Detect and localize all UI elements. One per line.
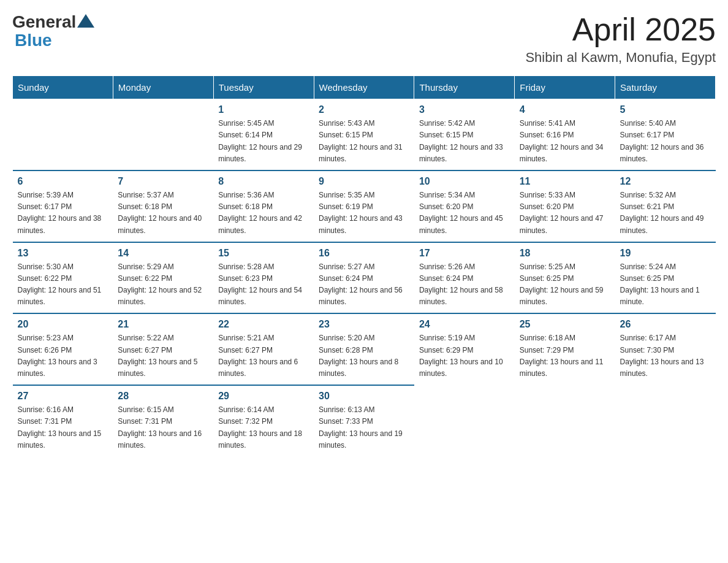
table-row: 21Sunrise: 5:22 AMSunset: 6:27 PMDayligh… — [113, 313, 213, 385]
logo-blue-text: Blue — [15, 31, 52, 50]
day-info: Sunrise: 6:14 AMSunset: 7:32 PMDaylight:… — [218, 404, 309, 451]
day-info: Sunrise: 5:34 AMSunset: 6:20 PMDaylight:… — [419, 190, 510, 237]
table-row: 24Sunrise: 5:19 AMSunset: 6:29 PMDayligh… — [414, 313, 515, 385]
day-number: 24 — [419, 319, 510, 330]
day-number: 28 — [118, 391, 208, 402]
calendar-week-row: 1Sunrise: 5:45 AMSunset: 6:14 PMDaylight… — [13, 99, 716, 170]
day-number: 23 — [319, 319, 409, 330]
day-info: Sunrise: 5:29 AMSunset: 6:22 PMDaylight:… — [118, 261, 208, 308]
day-info: Sunrise: 5:25 AMSunset: 6:25 PMDaylight:… — [520, 261, 610, 308]
calendar-title-block: April 2025 Shibin al Kawm, Monufia, Egyp… — [525, 12, 716, 66]
day-number: 10 — [419, 176, 510, 187]
table-row: 26Sunrise: 6:17 AMSunset: 7:30 PMDayligh… — [615, 313, 716, 385]
table-row: 19Sunrise: 5:24 AMSunset: 6:25 PMDayligh… — [615, 242, 716, 314]
day-number: 8 — [218, 176, 309, 187]
day-number: 18 — [520, 248, 610, 259]
day-info: Sunrise: 5:30 AMSunset: 6:22 PMDaylight:… — [18, 261, 108, 308]
day-info: Sunrise: 5:22 AMSunset: 6:27 PMDaylight:… — [118, 332, 208, 380]
table-row: 28Sunrise: 6:15 AMSunset: 7:31 PMDayligh… — [113, 385, 213, 456]
page-header: General Blue April 2025 Shibin al Kawm, … — [12, 12, 716, 66]
table-row: 29Sunrise: 6:14 AMSunset: 7:32 PMDayligh… — [213, 385, 314, 456]
day-number: 4 — [520, 104, 610, 115]
table-row: 10Sunrise: 5:34 AMSunset: 6:20 PMDayligh… — [414, 170, 515, 242]
day-info: Sunrise: 6:17 AMSunset: 7:30 PMDaylight:… — [620, 332, 711, 380]
table-row: 17Sunrise: 5:26 AMSunset: 6:24 PMDayligh… — [414, 242, 515, 314]
table-row: 5Sunrise: 5:40 AMSunset: 6:17 PMDaylight… — [615, 99, 716, 170]
day-info: Sunrise: 5:45 AMSunset: 6:14 PMDaylight:… — [218, 118, 309, 165]
col-saturday: Saturday — [615, 76, 716, 99]
calendar-week-row: 27Sunrise: 6:16 AMSunset: 7:31 PMDayligh… — [13, 385, 716, 456]
day-info: Sunrise: 5:43 AMSunset: 6:15 PMDaylight:… — [319, 118, 409, 165]
table-row: 16Sunrise: 5:27 AMSunset: 6:24 PMDayligh… — [314, 242, 414, 314]
day-info: Sunrise: 5:42 AMSunset: 6:15 PMDaylight:… — [419, 118, 510, 165]
day-number: 20 — [18, 319, 108, 330]
table-row: 7Sunrise: 5:37 AMSunset: 6:18 PMDaylight… — [113, 170, 213, 242]
day-number: 11 — [520, 176, 610, 187]
col-friday: Friday — [515, 76, 615, 99]
day-number: 26 — [620, 319, 711, 330]
day-info: Sunrise: 5:36 AMSunset: 6:18 PMDaylight:… — [218, 190, 309, 237]
table-row: 11Sunrise: 5:33 AMSunset: 6:20 PMDayligh… — [515, 170, 615, 242]
calendar-table: Sunday Monday Tuesday Wednesday Thursday… — [12, 75, 716, 456]
day-number: 16 — [319, 248, 409, 259]
col-tuesday: Tuesday — [213, 76, 314, 99]
table-row: 4Sunrise: 5:41 AMSunset: 6:16 PMDaylight… — [515, 99, 615, 170]
day-info: Sunrise: 5:28 AMSunset: 6:23 PMDaylight:… — [218, 261, 309, 308]
day-info: Sunrise: 5:27 AMSunset: 6:24 PMDaylight:… — [319, 261, 409, 308]
table-row: 25Sunrise: 6:18 AMSunset: 7:29 PMDayligh… — [515, 313, 615, 385]
day-number: 21 — [118, 319, 208, 330]
day-number: 6 — [18, 176, 108, 187]
day-info: Sunrise: 5:26 AMSunset: 6:24 PMDaylight:… — [419, 261, 510, 308]
day-info: Sunrise: 5:23 AMSunset: 6:26 PMDaylight:… — [18, 332, 108, 380]
calendar-week-row: 13Sunrise: 5:30 AMSunset: 6:22 PMDayligh… — [13, 242, 716, 314]
table-row — [13, 99, 113, 170]
day-info: Sunrise: 6:15 AMSunset: 7:31 PMDaylight:… — [118, 404, 208, 451]
day-number: 19 — [620, 248, 711, 259]
day-number: 17 — [419, 248, 510, 259]
table-row: 14Sunrise: 5:29 AMSunset: 6:22 PMDayligh… — [113, 242, 213, 314]
table-row: 30Sunrise: 6:13 AMSunset: 7:33 PMDayligh… — [314, 385, 414, 456]
day-info: Sunrise: 5:21 AMSunset: 6:27 PMDaylight:… — [218, 332, 309, 380]
calendar-title: April 2025 — [525, 12, 716, 47]
day-number: 2 — [319, 104, 409, 115]
day-info: Sunrise: 5:19 AMSunset: 6:29 PMDaylight:… — [419, 332, 510, 380]
day-number: 3 — [419, 104, 510, 115]
col-sunday: Sunday — [13, 76, 113, 99]
logo: General Blue — [12, 12, 94, 50]
col-monday: Monday — [113, 76, 213, 99]
logo-general-text: General — [12, 12, 76, 32]
day-info: Sunrise: 6:16 AMSunset: 7:31 PMDaylight:… — [18, 404, 108, 451]
day-number: 13 — [18, 248, 108, 259]
table-row: 2Sunrise: 5:43 AMSunset: 6:15 PMDaylight… — [314, 99, 414, 170]
table-row: 15Sunrise: 5:28 AMSunset: 6:23 PMDayligh… — [213, 242, 314, 314]
table-row: 12Sunrise: 5:32 AMSunset: 6:21 PMDayligh… — [615, 170, 716, 242]
col-thursday: Thursday — [414, 76, 515, 99]
day-number: 5 — [620, 104, 711, 115]
table-row: 9Sunrise: 5:35 AMSunset: 6:19 PMDaylight… — [314, 170, 414, 242]
calendar-week-row: 6Sunrise: 5:39 AMSunset: 6:17 PMDaylight… — [13, 170, 716, 242]
day-number: 29 — [218, 391, 309, 402]
table-row: 13Sunrise: 5:30 AMSunset: 6:22 PMDayligh… — [13, 242, 113, 314]
day-info: Sunrise: 5:39 AMSunset: 6:17 PMDaylight:… — [18, 190, 108, 237]
table-row: 8Sunrise: 5:36 AMSunset: 6:18 PMDaylight… — [213, 170, 314, 242]
day-info: Sunrise: 5:40 AMSunset: 6:17 PMDaylight:… — [620, 118, 711, 165]
table-row — [113, 99, 213, 170]
calendar-subtitle: Shibin al Kawm, Monufia, Egypt — [525, 50, 716, 66]
day-number: 9 — [319, 176, 409, 187]
day-info: Sunrise: 5:24 AMSunset: 6:25 PMDaylight:… — [620, 261, 711, 308]
calendar-week-row: 20Sunrise: 5:23 AMSunset: 6:26 PMDayligh… — [13, 313, 716, 385]
col-wednesday: Wednesday — [314, 76, 414, 99]
table-row: 18Sunrise: 5:25 AMSunset: 6:25 PMDayligh… — [515, 242, 615, 314]
logo-triangle-icon — [77, 14, 94, 28]
table-row: 23Sunrise: 5:20 AMSunset: 6:28 PMDayligh… — [314, 313, 414, 385]
day-info: Sunrise: 5:32 AMSunset: 6:21 PMDaylight:… — [620, 190, 711, 237]
day-info: Sunrise: 5:41 AMSunset: 6:16 PMDaylight:… — [520, 118, 610, 165]
day-info: Sunrise: 5:35 AMSunset: 6:19 PMDaylight:… — [319, 190, 409, 237]
day-number: 7 — [118, 176, 208, 187]
day-info: Sunrise: 6:18 AMSunset: 7:29 PMDaylight:… — [520, 332, 610, 380]
table-row: 27Sunrise: 6:16 AMSunset: 7:31 PMDayligh… — [13, 385, 113, 456]
table-row: 20Sunrise: 5:23 AMSunset: 6:26 PMDayligh… — [13, 313, 113, 385]
day-number: 30 — [319, 391, 409, 402]
table-row: 22Sunrise: 5:21 AMSunset: 6:27 PMDayligh… — [213, 313, 314, 385]
table-row — [615, 385, 716, 456]
